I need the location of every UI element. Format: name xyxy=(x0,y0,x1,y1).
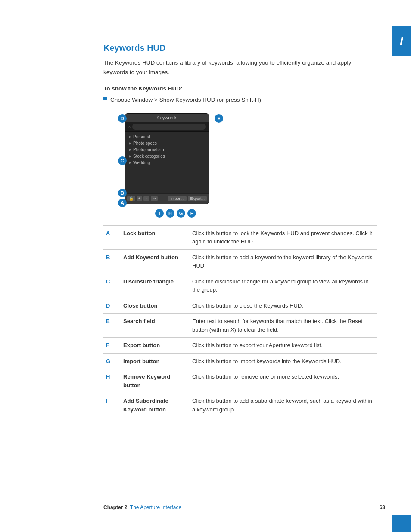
callout-H: H xyxy=(166,209,174,218)
callout-I: I xyxy=(155,209,164,218)
ref-description: Click this button to remove one or more … xyxy=(190,369,377,393)
search-icon: ⌕ xyxy=(128,124,131,129)
ref-row-e: ESearch fieldEnter text to search for ke… xyxy=(103,314,377,338)
chapter-label: Chapter 2 xyxy=(103,504,127,510)
hud-export-btn: Export... xyxy=(188,196,207,201)
hud-lock-btn: 🔒 xyxy=(127,196,135,201)
search-bar xyxy=(132,124,206,130)
hud-import-btn: Import... xyxy=(168,196,187,201)
ref-description: Click this button to export your Apertur… xyxy=(190,338,377,354)
list-item: ▶Photojournalism xyxy=(125,146,209,153)
intro-text: The Keywords HUD contains a library of k… xyxy=(103,58,377,77)
hud-titlebar: Keywords xyxy=(125,114,209,122)
callout-G: G xyxy=(177,209,185,218)
page-number: 63 xyxy=(380,504,385,510)
ref-label: Import button xyxy=(121,353,190,369)
ref-label: Disclosure triangle xyxy=(121,274,190,298)
callout-B: B xyxy=(118,189,127,197)
hud-window: Keywords ⌕ ▶Personal ▶Photo specs ▶Photo… xyxy=(125,113,209,204)
ref-id: A xyxy=(103,225,121,249)
footer-chapter: Chapter 2 The Aperture Interface xyxy=(103,504,181,510)
ref-description: Click this button to add a subordinate k… xyxy=(190,393,377,417)
hud-spacer xyxy=(125,168,209,193)
hud-diagram: Keywords ⌕ ▶Personal ▶Photo specs ▶Photo… xyxy=(103,113,377,212)
ref-label: Add Keyword button xyxy=(121,249,190,274)
callout-F: F xyxy=(187,209,196,218)
ref-label: Search field xyxy=(121,314,190,338)
ref-id: B xyxy=(103,249,121,274)
ref-id: F xyxy=(103,338,121,354)
callout-E: E xyxy=(215,114,223,123)
ref-description: Enter text to search for keywords that m… xyxy=(190,314,377,338)
callout-C: C xyxy=(118,156,127,165)
ref-label: Export button xyxy=(121,338,190,354)
right-tab-letter: I xyxy=(392,26,411,56)
hud-remove-btn: − xyxy=(143,196,149,201)
hud-toolbar: 🔒 + − ↩ Import... Export... xyxy=(125,193,209,204)
callout-A: A xyxy=(118,199,127,207)
bullet-item: Choose Window > Show Keywords HUD (or pr… xyxy=(103,95,377,105)
ref-id: D xyxy=(103,298,121,314)
ref-description: Click this button to lock the Keywords H… xyxy=(190,225,377,249)
ref-row-c: CDisclosure triangleClick the disclosure… xyxy=(103,274,377,298)
bottom-blue-bar xyxy=(392,515,411,532)
ref-label: Lock button xyxy=(121,225,190,249)
bullet-icon xyxy=(103,97,107,100)
ref-row-h: HRemove Keyword buttonClick this button … xyxy=(103,369,377,393)
hud-list: ▶Personal ▶Photo specs ▶Photojournalism … xyxy=(125,132,209,168)
ref-label: Close button xyxy=(121,298,190,314)
list-item: ▶Personal xyxy=(125,134,209,140)
hud-sub-btn: ↩ xyxy=(151,196,158,201)
ref-description: Click the disclosure triangle for a keyw… xyxy=(190,274,377,298)
hud-add-btn: + xyxy=(137,196,142,201)
ref-id: G xyxy=(103,353,121,369)
callout-D: D xyxy=(118,114,127,123)
ref-row-f: FExport buttonClick this button to expor… xyxy=(103,338,377,354)
ref-label: Add Subordinate Keyword button xyxy=(121,393,190,417)
bullet-text: Choose Window > Show Keywords HUD (or pr… xyxy=(110,95,263,105)
list-item: ▶Stock categories xyxy=(125,153,209,159)
section-title: Keywords HUD xyxy=(103,43,377,53)
show-hud-label: To show the Keywords HUD: xyxy=(103,85,377,92)
reference-table: ALock buttonClick this button to lock th… xyxy=(103,225,377,418)
ref-description: Click this button to add a keyword to th… xyxy=(190,249,377,274)
ref-row-b: BAdd Keyword buttonClick this button to … xyxy=(103,249,377,274)
ref-id: I xyxy=(103,393,121,417)
ref-description: Click this button to close the Keywords … xyxy=(190,298,377,314)
list-item: ▶Wedding xyxy=(125,159,209,166)
ref-description: Click this button to import keywords int… xyxy=(190,353,377,369)
main-content: Keywords HUD The Keywords HUD contains a… xyxy=(103,0,377,417)
ref-row-a: ALock buttonClick this button to lock th… xyxy=(103,225,377,249)
list-item: ▶Photo specs xyxy=(125,140,209,146)
ref-id: E xyxy=(103,314,121,338)
footer: Chapter 2 The Aperture Interface 63 xyxy=(0,500,411,510)
ref-id: C xyxy=(103,274,121,298)
hud-search: ⌕ xyxy=(125,122,209,132)
ref-id: H xyxy=(103,369,121,393)
ref-row-i: IAdd Subordinate Keyword buttonClick thi… xyxy=(103,393,377,417)
ref-row-g: GImport buttonClick this button to impor… xyxy=(103,353,377,369)
ref-label: Remove Keyword button xyxy=(121,369,190,393)
chapter-link: The Aperture Interface xyxy=(130,504,181,510)
ref-row-d: DClose buttonClick this button to close … xyxy=(103,298,377,314)
